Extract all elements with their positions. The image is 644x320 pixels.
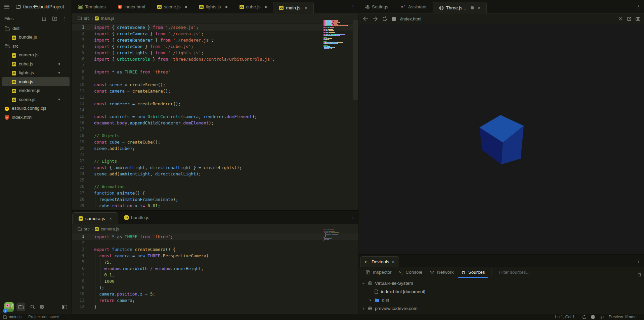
tree-label: dist (382, 298, 389, 303)
devtools-tree-item[interactable]: preview.codevre.com (359, 304, 644, 313)
devtools-tab[interactable]: >_ Devtools × (360, 256, 399, 267)
preview-mode[interactable]: Preview: Iframe (609, 315, 637, 319)
filter-sources-input[interactable]: Filter sources... (499, 270, 529, 275)
hamburger-menu-icon[interactable] (4, 5, 9, 9)
devtools-subtab-sources[interactable]: Sources (458, 267, 489, 278)
code-line-6: 6 window.innerWidth / window.innerHeight… (72, 265, 358, 272)
minimap[interactable] (324, 20, 348, 50)
editor-tab-main.js[interactable]: JSmain.js× (273, 2, 313, 14)
devtools-tree-item[interactable]: Virtual-File-System (359, 279, 644, 287)
devtools-tabbar: >_ Devtools × ⋮ (359, 255, 644, 267)
preview-viewport[interactable] (359, 24, 644, 254)
code-line-25: 25 (72, 177, 358, 183)
code-editor-main[interactable]: 1import { createScene } from './scene.js… (72, 23, 358, 210)
editor-scrollbar[interactable] (353, 20, 358, 100)
code-line-13: 13const renderer = createRenderer(); (72, 101, 358, 107)
toggle-sidebar-icon[interactable] (62, 305, 67, 309)
sources-icon (461, 270, 466, 275)
preview-tab-Three.js...[interactable]: Three.js...× (433, 2, 487, 14)
devtools-tab-close-icon[interactable]: × (392, 259, 395, 264)
refresh-icon[interactable] (382, 16, 387, 21)
file-tree-item-dist[interactable]: dist (0, 24, 72, 33)
file-tree-item-bundle.js[interactable]: JSbundle.js (0, 33, 72, 42)
code-line-24: 24scene.add(ambientLight, directionalLig… (72, 171, 358, 177)
project-panel-button[interactable] (16, 303, 25, 311)
project-title[interactable]: threeEsbuildProject (23, 4, 64, 9)
cursor-position[interactable]: Ln 1, Col 1 (555, 315, 575, 319)
editor-tab-options-icon[interactable]: ⋮ (351, 4, 355, 9)
unsaved-dot (225, 6, 227, 8)
extensions-grid-icon[interactable] (40, 305, 44, 309)
files-more-icon[interactable]: ⋮ (63, 16, 67, 21)
file-tree-item-renderer.js[interactable]: JSrenderer.js (0, 86, 72, 95)
code-editor-secondary[interactable]: 1import * as THREE from 'three';23export… (72, 233, 358, 314)
devtools-subtab-console[interactable]: >_Console (395, 267, 426, 278)
devtools-dock-icon[interactable] (638, 273, 641, 276)
tab-close-icon[interactable]: × (305, 6, 307, 10)
code-line-23: 23const { ambientLight, directionalLight… (72, 164, 358, 171)
editor-tab-scene.js[interactable]: JSscene.js (151, 0, 193, 14)
devtools-tree-item[interactable]: index.html [document] (359, 287, 644, 296)
file-tree-item-index.html[interactable]: 5index.html (0, 113, 72, 122)
status-stop-icon[interactable] (591, 315, 595, 319)
chevron-right-icon[interactable] (369, 299, 372, 302)
file-icon (375, 289, 378, 294)
code-line-5: 5 75, (72, 259, 358, 265)
chevron-right-icon[interactable] (362, 307, 365, 310)
file-sidebar: threeEsbuildProject Files ⋮ distJSbundle… (0, 0, 72, 314)
status-refresh-icon[interactable] (582, 315, 587, 319)
file-tree-item-esbuild.config.cjs[interactable]: »esbuild.config.cjs (0, 104, 72, 113)
new-folder-icon[interactable] (52, 16, 57, 21)
editor-tab-Templates[interactable]: Templates (72, 0, 112, 14)
file-name: dist (12, 26, 19, 31)
status-file-icon (3, 315, 7, 319)
user-avatar[interactable]: 1 (4, 302, 14, 312)
tab-label: index.html (125, 4, 145, 9)
minimap-secondary[interactable] (324, 229, 348, 242)
folder-icon (5, 26, 10, 31)
forward-icon[interactable] (373, 16, 378, 21)
file-tree-item-src[interactable]: src (0, 42, 72, 51)
devtools-tree-item[interactable]: dist (359, 296, 644, 304)
editor-tab-options-icon-secondary[interactable]: ⋮ (351, 215, 355, 220)
breadcrumb-file-icon: JS (95, 16, 99, 20)
devtools-subtab-network[interactable]: Network (426, 267, 458, 278)
stop-icon[interactable] (392, 17, 396, 21)
file-tree-item-cube.js[interactable]: JScube.js (0, 59, 72, 68)
editor-tab-lights.js[interactable]: JSlights.js (193, 0, 233, 14)
devtools-subtab-inspector[interactable]: Inspector (362, 267, 395, 278)
file-tree-item-scene.js[interactable]: JSscene.js (0, 95, 72, 104)
devtools-options-icon[interactable]: ⋮ (636, 259, 641, 264)
search-icon[interactable] (30, 305, 35, 309)
file-tree: distJSbundle.jssrcJScamera.jsJScube.jsJS… (0, 24, 72, 122)
close-preview-icon[interactable] (618, 17, 622, 21)
tab-close-icon[interactable]: × (478, 6, 481, 10)
breadcrumb-folder[interactable]: src (84, 16, 90, 21)
devtools-tab-label: Devtools (372, 259, 389, 264)
file-tree-item-lights.js[interactable]: JSlights.js (0, 68, 72, 77)
console-icon: >_ (399, 270, 403, 274)
code-line-8: 8 1000 (72, 278, 358, 284)
breadcrumb-folder[interactable]: src (84, 227, 90, 231)
editor-secondary-tab-bundle.js[interactable]: JSbundle.js (118, 211, 155, 224)
screenshot-icon[interactable] (636, 17, 640, 21)
new-file-icon[interactable] (42, 16, 46, 21)
preview-tab-Assistant[interactable]: ✦✦Assistant (394, 0, 433, 14)
status-message: Project not saved (28, 315, 59, 319)
status-broadcast-icon[interactable] (599, 315, 604, 319)
editor-tab-cube.js[interactable]: JScube.js (233, 0, 273, 14)
breadcrumb-file[interactable]: main.js (101, 16, 114, 21)
chevron-down-icon[interactable] (362, 282, 365, 285)
url-text[interactable]: /index.html (400, 16, 421, 21)
editor-secondary-tab-camera.js[interactable]: JScamera.js× (72, 212, 118, 224)
status-file[interactable]: main.js (9, 315, 22, 319)
breadcrumb-file[interactable]: camera.js (101, 227, 119, 231)
editor-tab-index.html[interactable]: 5index.html (112, 0, 152, 14)
file-tree-item-camera.js[interactable]: JScamera.js (0, 51, 72, 60)
back-icon[interactable] (363, 16, 368, 21)
file-tree-item-main.js[interactable]: JSmain.js (2, 77, 70, 86)
open-external-icon[interactable] (627, 17, 631, 21)
preview-tab-Settings[interactable]: Settings (359, 0, 394, 14)
preview-tab-options-icon[interactable]: ⋮ (636, 4, 641, 9)
tab-close-icon[interactable]: × (110, 216, 112, 221)
